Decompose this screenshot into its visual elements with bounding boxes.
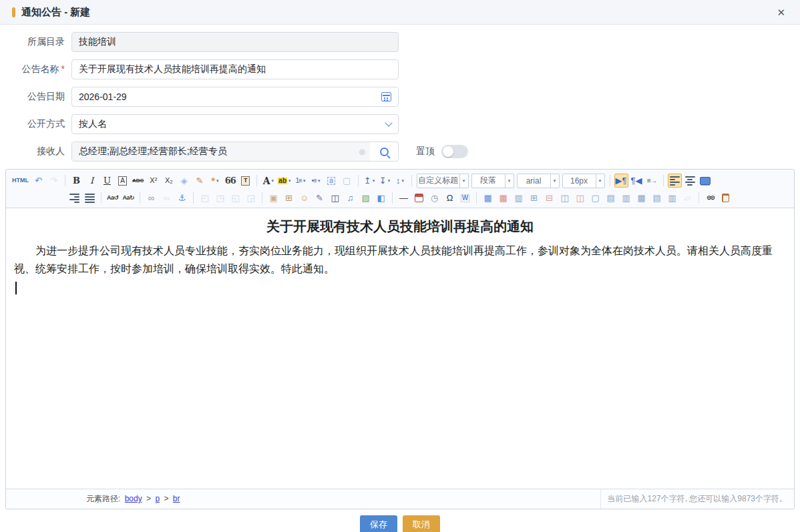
delete-table-button[interactable]: ▦ — [496, 191, 510, 205]
font-family-combo[interactable]: arial▾ — [517, 174, 560, 188]
paragraph-format-combo[interactable]: 段落▾ — [471, 174, 514, 188]
format-brush-button[interactable]: ✎ — [192, 174, 206, 188]
align-justify-icon — [85, 194, 95, 203]
insert-table-button[interactable]: ▦ — [481, 191, 495, 205]
insert-row-before-button[interactable]: ⊞ — [527, 191, 541, 205]
horizontal-rule-button[interactable]: — — [397, 191, 411, 205]
recipients-input[interactable] — [79, 146, 355, 157]
visibility-select[interactable] — [71, 114, 399, 134]
preview-monitor-button[interactable] — [698, 174, 713, 188]
insert-date-button[interactable] — [412, 191, 426, 205]
remove-format-button[interactable]: ◈ — [177, 174, 191, 188]
custom-title-combo[interactable]: 自定义标题▾ — [417, 174, 469, 188]
table-columns-button[interactable]: ▥ — [665, 191, 679, 205]
split-cell-columns-button[interactable]: ▥ — [619, 191, 633, 205]
cancel-button[interactable]: 取消 — [403, 515, 440, 532]
recipient-search-button[interactable] — [370, 142, 398, 161]
date-field[interactable] — [71, 87, 399, 107]
chevron-down-icon[interactable] — [385, 119, 392, 126]
screenshot-icon: ◧ — [377, 194, 385, 202]
chart-icon: ▱ — [684, 194, 691, 202]
table-grid-button[interactable]: ▦ — [634, 191, 648, 205]
image-manager-button[interactable]: ⊞ — [282, 191, 296, 205]
highlight-color-button[interactable]: ab▾ — [276, 174, 292, 188]
subscript-button[interactable]: X₂ — [162, 174, 176, 188]
date-input[interactable] — [79, 91, 381, 102]
insert-music-button[interactable]: ♫ — [343, 191, 357, 205]
find-replace-button[interactable]: ⊙⊙ — [703, 191, 717, 205]
editor-statusbar: 元素路径: body > p > br 当前已输入127个字符, 您还可以输入9… — [6, 489, 794, 509]
entry-direction-rtl-button[interactable]: ¶◀ — [630, 174, 644, 188]
italic-button[interactable]: I — [85, 174, 99, 188]
paste-board-button[interactable] — [719, 191, 733, 205]
split-cell-rows-button[interactable]: ▤ — [604, 191, 618, 205]
path-link-p[interactable]: p — [155, 494, 160, 503]
first-line-indent-button[interactable]: ≡→ — [645, 174, 659, 188]
delete-row-button[interactable]: ⊟ — [542, 191, 556, 205]
name-field[interactable] — [71, 59, 399, 79]
pin-toggle[interactable] — [441, 145, 468, 158]
paste-as-text-button[interactable]: T — [238, 174, 252, 188]
emoji-button[interactable]: ☺ — [297, 191, 311, 205]
uppercase-button[interactable]: Aa↺ — [106, 191, 120, 205]
underline-button[interactable]: U — [100, 174, 114, 188]
insert-video-button[interactable]: ◫ — [328, 191, 342, 205]
merge-cells-button[interactable]: ▢ — [588, 191, 602, 205]
blank-doc-button[interactable]: ▢ — [340, 174, 354, 188]
screenshot-button[interactable]: ◧ — [374, 191, 388, 205]
path-link-br[interactable]: br — [173, 494, 180, 503]
auto-typeset-button[interactable]: *▾ — [208, 174, 222, 188]
superscript-button[interactable]: X² — [146, 174, 160, 188]
table-title-button[interactable]: ▥ — [512, 191, 526, 205]
word-image-button[interactable]: W — [458, 191, 472, 205]
anchor-button[interactable]: ⚓ — [175, 191, 189, 205]
scrawl-button[interactable]: ✎ — [313, 191, 327, 205]
inline-anchor-button[interactable]: a — [325, 174, 339, 188]
table-rows-button[interactable]: ▤ — [650, 191, 664, 205]
remove-link-icon: ∞ — [164, 194, 170, 202]
blockquote-button[interactable]: 66 — [223, 174, 237, 188]
close-icon[interactable]: ✕ — [773, 6, 789, 19]
save-button[interactable]: 保存 — [360, 515, 397, 532]
insert-map-button[interactable]: ▧ — [359, 191, 373, 205]
lowercase-button[interactable]: Aa↻ — [122, 191, 136, 205]
insert-link-button[interactable]: ∞ — [144, 191, 158, 205]
image-inline-icon: ◳ — [216, 194, 224, 202]
entry-direction-ltr-icon: ▶¶ — [616, 176, 627, 185]
merge-cells-icon: ▢ — [591, 194, 599, 202]
align-center-button[interactable] — [683, 174, 697, 188]
insert-time-button[interactable]: ◷ — [427, 191, 441, 205]
font-color-button[interactable]: A▾ — [261, 174, 275, 188]
line-spacing-button[interactable]: ↕▾ — [393, 174, 407, 188]
align-left-button[interactable] — [668, 174, 682, 188]
strikethrough-button[interactable]: ABC — [131, 174, 145, 188]
visibility-value[interactable] — [79, 119, 386, 129]
entry-direction-ltr-button[interactable]: ▶¶ — [614, 174, 628, 188]
name-input[interactable] — [79, 64, 391, 75]
redo-icon: ↷ — [50, 176, 57, 185]
paragraph-space-before-button[interactable]: ↥▾ — [363, 174, 377, 188]
bold-button[interactable]: B — [69, 174, 83, 188]
source-html-button[interactable]: HTML — [11, 174, 30, 188]
clear-icon[interactable]: ⊗ — [359, 147, 366, 157]
paragraph-space-after-button[interactable]: ↧▾ — [378, 174, 392, 188]
paste-as-text-icon: T — [241, 176, 250, 186]
align-right-button[interactable] — [67, 191, 81, 205]
align-justify-button[interactable] — [83, 191, 97, 205]
recipients-field[interactable]: ⊗ — [71, 142, 399, 162]
delete-column-button[interactable]: ◫ — [573, 191, 587, 205]
ordered-list-button[interactable]: 1≡▾ — [294, 174, 308, 188]
undo-button[interactable]: ↶ — [31, 174, 45, 188]
superscript-icon: X² — [150, 177, 157, 184]
chevron-down-icon: ▾ — [550, 174, 559, 188]
path-link-body[interactable]: body — [125, 494, 142, 503]
editor-content-area[interactable]: 关于开展现有技术人员技能培训再提高的通知 为进一步提升公司现有技术人员专业技能，… — [6, 208, 794, 489]
font-border-button[interactable]: A — [116, 174, 130, 188]
insert-image-button[interactable]: ▣ — [266, 191, 280, 205]
insert-table-icon: ▦ — [483, 194, 491, 202]
unordered-list-button[interactable]: •≡▾ — [309, 174, 323, 188]
insert-column-button[interactable]: ◫ — [558, 191, 572, 205]
special-characters-button[interactable]: Ω — [443, 191, 457, 205]
calendar-icon[interactable] — [381, 92, 391, 101]
font-size-combo[interactable]: 16px▾ — [562, 174, 605, 188]
